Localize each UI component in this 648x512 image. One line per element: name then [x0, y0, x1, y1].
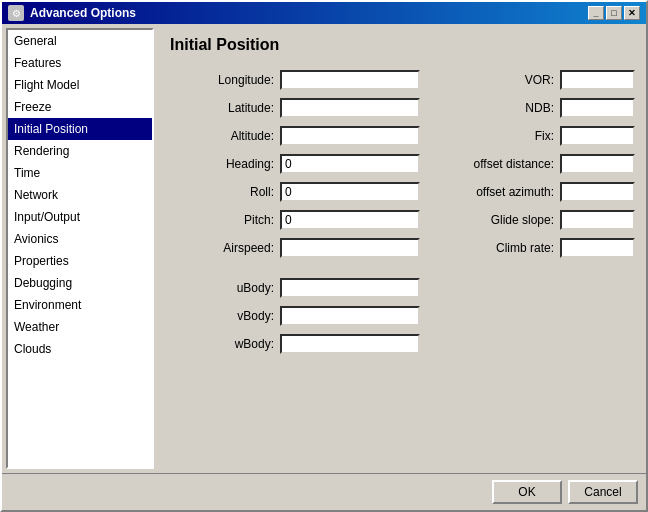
- main-content: Initial Position Longitude: Latitude: Al…: [158, 28, 646, 469]
- sidebar-item-freeze[interactable]: Freeze: [8, 96, 152, 118]
- pitch-input[interactable]: [280, 210, 420, 230]
- form-area: Longitude: Latitude: Altitude: Heading:: [170, 70, 640, 461]
- roll-input[interactable]: [280, 182, 420, 202]
- ubody-input[interactable]: [280, 278, 420, 298]
- offset-distance-row: offset distance:: [440, 154, 640, 174]
- sidebar-item-clouds[interactable]: Clouds: [8, 338, 152, 360]
- title-controls: _ □ ✕: [588, 6, 640, 20]
- offset-azimuth-row: offset azimuth:: [440, 182, 640, 202]
- latitude-row: Latitude:: [170, 98, 420, 118]
- vor-label: VOR:: [440, 73, 560, 87]
- ubody-row: uBody:: [170, 278, 420, 298]
- sidebar-item-initial-position[interactable]: Initial Position: [8, 118, 152, 140]
- offset-azimuth-input[interactable]: [560, 182, 635, 202]
- climb-rate-input[interactable]: [560, 238, 635, 258]
- fix-row: Fix:: [440, 126, 640, 146]
- altitude-input[interactable]: [280, 126, 420, 146]
- ndb-label: NDB:: [440, 101, 560, 115]
- window-icon-symbol: ⚙: [12, 8, 21, 19]
- sidebar-item-properties[interactable]: Properties: [8, 250, 152, 272]
- bottom-bar: OK Cancel: [2, 473, 646, 510]
- heading-label: Heading:: [170, 157, 280, 171]
- heading-input[interactable]: [280, 154, 420, 174]
- sidebar-item-rendering[interactable]: Rendering: [8, 140, 152, 162]
- offset-distance-input[interactable]: [560, 154, 635, 174]
- maximize-button[interactable]: □: [606, 6, 622, 20]
- sidebar-item-general[interactable]: General: [8, 30, 152, 52]
- minimize-button[interactable]: _: [588, 6, 604, 20]
- ndb-row: NDB:: [440, 98, 640, 118]
- latitude-input[interactable]: [280, 98, 420, 118]
- wbody-row: wBody:: [170, 334, 420, 354]
- window-body: General Features Flight Model Freeze Ini…: [2, 24, 646, 473]
- glide-slope-input[interactable]: [560, 210, 635, 230]
- latitude-label: Latitude:: [170, 101, 280, 115]
- title-bar: ⚙ Advanced Options _ □ ✕: [2, 2, 646, 24]
- sidebar-item-input-output[interactable]: Input/Output: [8, 206, 152, 228]
- pitch-row: Pitch:: [170, 210, 420, 230]
- glide-slope-label: Glide slope:: [440, 213, 560, 227]
- form-left: Longitude: Latitude: Altitude: Heading:: [170, 70, 420, 461]
- climb-rate-label: Climb rate:: [440, 241, 560, 255]
- fix-label: Fix:: [440, 129, 560, 143]
- airspeed-label: Airspeed:: [170, 241, 280, 255]
- ok-button[interactable]: OK: [492, 480, 562, 504]
- pitch-label: Pitch:: [170, 213, 280, 227]
- window-title: Advanced Options: [30, 6, 136, 20]
- form-right: VOR: NDB: Fix: offset distance:: [440, 70, 640, 461]
- vor-input[interactable]: [560, 70, 635, 90]
- sidebar-item-network[interactable]: Network: [8, 184, 152, 206]
- roll-label: Roll:: [170, 185, 280, 199]
- window-icon: ⚙: [8, 5, 24, 21]
- vbody-label: vBody:: [170, 309, 280, 323]
- glide-slope-row: Glide slope:: [440, 210, 640, 230]
- longitude-row: Longitude:: [170, 70, 420, 90]
- sidebar-item-time[interactable]: Time: [8, 162, 152, 184]
- airspeed-input[interactable]: [280, 238, 420, 258]
- altitude-label: Altitude:: [170, 129, 280, 143]
- wbody-input[interactable]: [280, 334, 420, 354]
- airspeed-row: Airspeed:: [170, 238, 420, 258]
- sidebar-item-features[interactable]: Features: [8, 52, 152, 74]
- section-title: Initial Position: [170, 36, 640, 54]
- longitude-input[interactable]: [280, 70, 420, 90]
- sidebar-item-environment[interactable]: Environment: [8, 294, 152, 316]
- climb-rate-row: Climb rate:: [440, 238, 640, 258]
- longitude-label: Longitude:: [170, 73, 280, 87]
- ubody-label: uBody:: [170, 281, 280, 295]
- cancel-button[interactable]: Cancel: [568, 480, 638, 504]
- fix-input[interactable]: [560, 126, 635, 146]
- altitude-row: Altitude:: [170, 126, 420, 146]
- vor-row: VOR:: [440, 70, 640, 90]
- vbody-row: vBody:: [170, 306, 420, 326]
- close-button[interactable]: ✕: [624, 6, 640, 20]
- title-bar-left: ⚙ Advanced Options: [8, 5, 136, 21]
- offset-azimuth-label: offset azimuth:: [440, 185, 560, 199]
- main-window: ⚙ Advanced Options _ □ ✕ General Feature…: [0, 0, 648, 512]
- ndb-input[interactable]: [560, 98, 635, 118]
- heading-row: Heading:: [170, 154, 420, 174]
- wbody-label: wBody:: [170, 337, 280, 351]
- offset-distance-label: offset distance:: [440, 157, 560, 171]
- sidebar-item-debugging[interactable]: Debugging: [8, 272, 152, 294]
- roll-row: Roll:: [170, 182, 420, 202]
- vbody-input[interactable]: [280, 306, 420, 326]
- sidebar-item-flight-model[interactable]: Flight Model: [8, 74, 152, 96]
- sidebar-item-weather[interactable]: Weather: [8, 316, 152, 338]
- sidebar-item-avionics[interactable]: Avionics: [8, 228, 152, 250]
- sidebar: General Features Flight Model Freeze Ini…: [6, 28, 154, 469]
